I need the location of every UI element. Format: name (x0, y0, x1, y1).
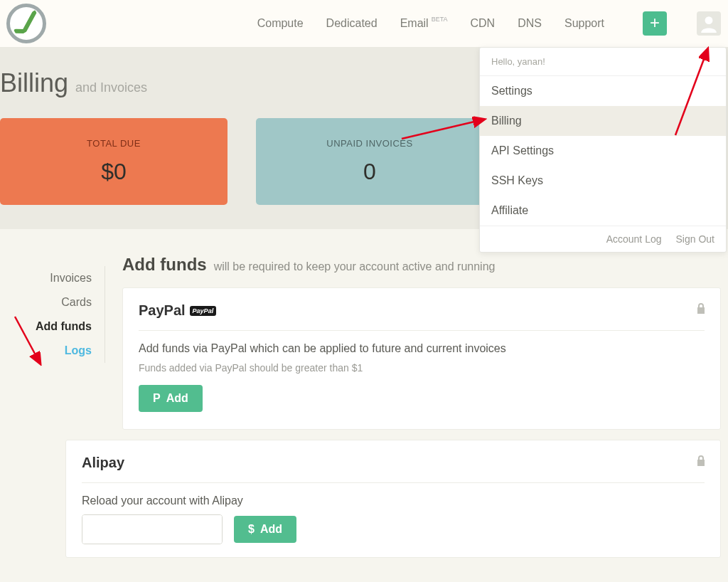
top-navbar: Compute Dedicated EmailBETA CDN DNS Supp… (0, 0, 728, 47)
alipay-amount-input[interactable] (82, 515, 223, 544)
alipay-amount-input-group: $ (82, 514, 223, 544)
dropdown-affiliate[interactable]: Affiliate (480, 196, 726, 226)
add-button[interactable]: + (643, 11, 667, 36)
dropdown-sign-out[interactable]: Sign Out (676, 233, 714, 245)
alipay-add-button[interactable]: $ Add (234, 516, 296, 543)
lock-icon (696, 302, 706, 317)
paypal-panel: PayPal PayPal Add funds via PayPal which… (122, 287, 721, 430)
paypal-description: Add funds via PayPal which can be applie… (139, 342, 705, 355)
dropdown-billing[interactable]: Billing (480, 106, 726, 136)
dropdown-ssh-keys[interactable]: SSH Keys (480, 166, 726, 196)
paypal-title: PayPal (139, 302, 186, 319)
page-subtitle: and Invoices (75, 80, 147, 95)
stat-unpaid-label: UNPAID INVOICES (326, 138, 412, 149)
nav-cdn[interactable]: CDN (471, 17, 496, 30)
nav-compute[interactable]: Compute (257, 17, 304, 30)
alipay-panel: Alipay Reload your account with Alipay $… (65, 440, 721, 558)
sidebar-tab-invoices[interactable]: Invoices (0, 266, 92, 290)
dropdown-settings[interactable]: Settings (480, 76, 726, 106)
beta-badge: BETA (432, 16, 448, 23)
alipay-title: Alipay (82, 455, 124, 471)
section-title: Add funds (122, 255, 207, 275)
stat-unpaid-invoices[interactable]: UNPAID INVOICES 0 (256, 118, 483, 205)
nav-support[interactable]: Support (564, 17, 604, 30)
dropdown-api-settings[interactable]: API Settings (480, 136, 726, 166)
side-tabs: Invoices Cards Add funds Logs (0, 266, 105, 363)
paypal-badge-icon: PayPal (190, 306, 217, 316)
stat-total-due-value: $0 (101, 159, 127, 185)
stat-unpaid-value: 0 (363, 159, 376, 185)
dropdown-greeting: Hello, yanan! (480, 48, 726, 76)
svg-point-0 (705, 16, 713, 24)
sidebar-tab-logs[interactable]: Logs (0, 339, 92, 363)
dropdown-account-log[interactable]: Account Log (606, 233, 662, 245)
lock-icon (696, 455, 706, 469)
sidebar-tab-add-funds[interactable]: Add funds (0, 314, 92, 339)
user-avatar[interactable] (697, 11, 721, 36)
person-icon (700, 14, 718, 33)
nav-dedicated[interactable]: Dedicated (326, 17, 378, 30)
stat-total-due-label: TOTAL DUE (87, 138, 141, 149)
content-area: Invoices Cards Add funds Logs Add funds … (0, 229, 728, 582)
section-subtitle: will be required to keep your account ac… (214, 260, 496, 273)
page-title: Billing (0, 68, 68, 98)
user-dropdown: Hello, yanan! Settings Billing API Setti… (479, 47, 727, 253)
nav-dns[interactable]: DNS (518, 17, 542, 30)
sidebar-tab-cards[interactable]: Cards (0, 290, 92, 314)
logo[interactable] (3, 0, 50, 47)
paypal-note: Funds added via PayPal should be greater… (139, 362, 705, 374)
stat-total-due[interactable]: TOTAL DUE $0 (0, 118, 228, 205)
paypal-add-button[interactable]: P Add (139, 385, 203, 412)
dollar-icon: $ (248, 523, 255, 536)
paypal-icon: P (153, 392, 161, 405)
nav-email[interactable]: EmailBETA (400, 17, 448, 30)
alipay-description: Reload your account with Alipay (82, 494, 705, 507)
